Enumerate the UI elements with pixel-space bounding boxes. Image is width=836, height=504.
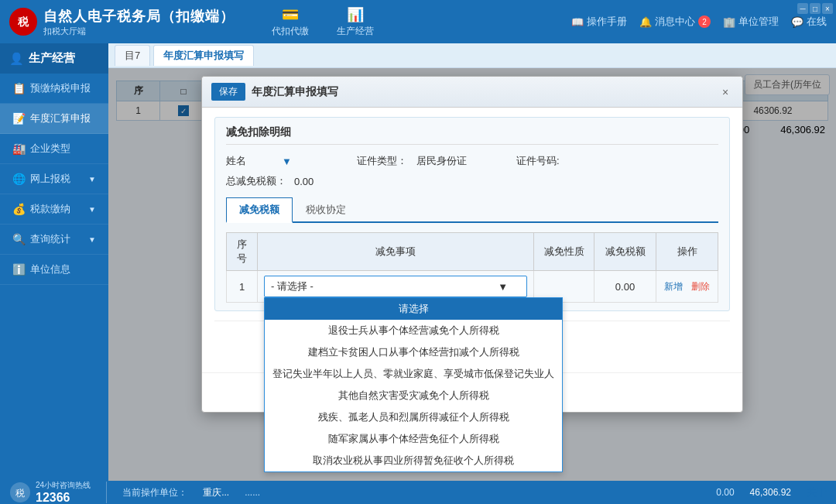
detail-table: 序号 减免事项 减免性质 减免税额 操作 1 bbox=[226, 232, 718, 303]
expand-icon: ▼ bbox=[88, 175, 96, 183]
detail-ops: 新增 删除 bbox=[656, 271, 718, 303]
logo-icon: 税 bbox=[9, 8, 37, 36]
person-name-filter: ▼ bbox=[282, 156, 292, 167]
total-value: 0.00 bbox=[294, 176, 314, 187]
niandu-icon: 📝 bbox=[12, 112, 26, 125]
unit-dots: ...... bbox=[245, 487, 260, 498]
tabs-bar: 目7 年度汇算申报填写 bbox=[108, 43, 836, 68]
status-info: 24小时咨询热线 12366 bbox=[36, 480, 91, 504]
maximize-button[interactable]: □ bbox=[810, 3, 821, 14]
yujiao-icon: 📋 bbox=[12, 82, 26, 94]
app-title: 自然人电子税务局（扣缴端） bbox=[43, 7, 235, 26]
dropdown-option-2[interactable]: 建档立卡贫困人口从事个体经营扣减个人所得税 bbox=[265, 341, 562, 363]
status-logo-icon: 税 bbox=[9, 482, 31, 503]
close-window-button[interactable]: × bbox=[822, 3, 833, 14]
dropdown-option-6[interactable]: 随军家属从事个体经营免征个人所得税 bbox=[265, 428, 562, 450]
hotline-label: 24小时咨询热线 bbox=[36, 480, 91, 491]
add-button[interactable]: 新增 bbox=[664, 281, 683, 292]
tab-shuishou[interactable]: 税收协定 bbox=[293, 197, 359, 221]
nav-item-daikoudaijiao[interactable]: 💳 代扣代缴 bbox=[266, 3, 315, 41]
sidebar-item-qiye[interactable]: 🏭 企业类型 bbox=[0, 134, 108, 164]
detail-item: - 请选择 - ▼ 请选择 退役士兵从事个体经营减免个人所得税 建档立卡贫困人口… bbox=[258, 271, 534, 303]
person-label: 姓名 bbox=[226, 154, 272, 168]
svg-text:税: 税 bbox=[15, 488, 25, 499]
app-logo: 税 自然人电子税务局（扣缴端） 扣税大厅端 bbox=[9, 7, 235, 37]
id-type-value: 居民身份证 bbox=[416, 154, 467, 168]
id-no-label: 证件号码: bbox=[516, 154, 563, 168]
tab-niandu-huisuan[interactable]: 年度汇算申报填写 bbox=[153, 45, 254, 66]
dropdown-arrow: ▼ bbox=[498, 281, 508, 293]
sidebar-item-wangshang[interactable]: 🌐 网上报税 ▼ bbox=[0, 164, 108, 194]
outer-modal-body: 减免扣除明细 姓名 ▼ 证件类型： 居民身份证 证件号码: bbox=[202, 108, 742, 372]
content-area: 目7 年度汇算申报填写 员工合并(历年位 序 □ 姓名 bbox=[108, 43, 836, 481]
outer-modal-title-area: 保存 年度汇算申报填写 bbox=[211, 83, 338, 101]
nav-item-shengcanjingying[interactable]: 📊 生产经营 bbox=[331, 3, 380, 41]
th-nature: 减免性质 bbox=[534, 233, 594, 271]
header-manual[interactable]: 📖 操作手册 bbox=[571, 15, 627, 29]
total-row: 总减免税额： 0.00 bbox=[226, 174, 718, 188]
nav-icon-1: 💳 bbox=[279, 6, 301, 23]
message-badge: 2 bbox=[698, 15, 711, 28]
header-right: 📖 操作手册 🔔 消息中心 2 🏢 单位管理 💬 在线 bbox=[571, 15, 827, 29]
detail-table-row: 1 - 请选择 - ▼ bbox=[227, 271, 718, 303]
sidebar-item-shuikuan[interactable]: 💰 税款缴纳 ▼ bbox=[0, 194, 108, 225]
th-item: 减免事项 bbox=[258, 233, 534, 271]
status-bar: 税 24小时咨询热线 12366 当前操作单位： 重庆... ...... 0.… bbox=[0, 481, 836, 504]
dropdown-list: 请选择 退役士兵从事个体经营减免个人所得税 建档立卡贫困人口从事个体经营扣减个人… bbox=[264, 297, 563, 472]
danwei-icon: ℹ️ bbox=[12, 263, 26, 276]
header-unit-manage[interactable]: 🏢 单位管理 bbox=[723, 15, 779, 29]
item-dropdown: - 请选择 - ▼ 请选择 退役士兵从事个体经营减免个人所得税 建档立卡贫困人口… bbox=[264, 276, 527, 297]
outer-modal-title: 年度汇算申报填写 bbox=[252, 85, 338, 99]
sidebar-header-icon: 👤 bbox=[9, 52, 24, 66]
wangshang-icon: 🌐 bbox=[12, 173, 26, 185]
app-header: 税 自然人电子税务局（扣缴端） 扣税大厅端 💳 代扣代缴 📊 生产经营 📖 操作… bbox=[0, 0, 836, 43]
status-logo: 税 24小时咨询热线 12366 bbox=[9, 480, 91, 504]
svg-text:税: 税 bbox=[17, 15, 29, 28]
header-online[interactable]: 💬 在线 bbox=[791, 15, 827, 29]
inner-tabs: 减免税额 税收协定 bbox=[226, 197, 718, 223]
current-unit-name: 重庆... bbox=[203, 486, 229, 499]
divider bbox=[106, 482, 107, 503]
save-button-area: 保存 bbox=[211, 83, 245, 101]
minimize-button[interactable]: ─ bbox=[797, 3, 808, 14]
tab-jianmian[interactable]: 减免税额 bbox=[226, 197, 293, 223]
header-messages[interactable]: 🔔 消息中心 2 bbox=[639, 15, 711, 29]
qiye-icon: 🏭 bbox=[12, 142, 26, 155]
delete-button[interactable]: 删除 bbox=[691, 281, 710, 292]
outer-modal-titlebar: 保存 年度汇算申报填写 × bbox=[202, 77, 742, 108]
dropdown-option-5[interactable]: 残疾、孤老人员和烈属所得减征个人所得税 bbox=[265, 406, 562, 428]
sidebar-item-chaxun[interactable]: 🔍 查询统计 ▼ bbox=[0, 225, 108, 255]
sidebar-item-yujiao[interactable]: 📋 预缴纳税申报 bbox=[0, 74, 108, 104]
dropdown-option-0[interactable]: 请选择 bbox=[265, 298, 562, 320]
dropdown-option-4[interactable]: 其他自然灾害受灾减免个人所得税 bbox=[265, 385, 562, 406]
th-amount: 减免税额 bbox=[594, 233, 656, 271]
sidebar-header: 👤 生产经营 bbox=[0, 43, 108, 74]
inner-content: 员工合并(历年位 序 □ 姓名 证件类型 证件号码 税款所属期 应纳税额 bbox=[108, 68, 836, 481]
status-right: 0.00 46,306.92 关于 bbox=[716, 485, 827, 499]
sidebar-item-niandu[interactable]: 📝 年度汇算申报 bbox=[0, 104, 108, 134]
dropdown-option-1[interactable]: 退役士兵从事个体经营减免个人所得税 bbox=[265, 320, 562, 341]
inner-modal-title: 减免扣除明细 bbox=[226, 125, 718, 145]
message-icon: 🔔 bbox=[639, 16, 652, 28]
shuikuan-icon: 💰 bbox=[12, 203, 26, 215]
outer-modal: 保存 年度汇算申报填写 × 减免扣除明细 姓名 ▼ bbox=[201, 76, 743, 413]
close-link[interactable]: 关于 bbox=[807, 485, 827, 499]
modal-overlay: 保存 年度汇算申报填写 × 减免扣除明细 姓名 ▼ bbox=[108, 68, 836, 481]
tab-mu7[interactable]: 目7 bbox=[115, 45, 150, 66]
total-label: 总减免税额： bbox=[226, 174, 288, 188]
hotline-number: 12366 bbox=[36, 491, 91, 504]
status-bottom-val1: 0.00 bbox=[716, 487, 734, 498]
header-nav: 💳 代扣代缴 📊 生产经营 bbox=[266, 3, 380, 41]
sidebar-item-danwei[interactable]: ℹ️ 单位信息 bbox=[0, 255, 108, 285]
outer-modal-close[interactable]: × bbox=[718, 84, 733, 100]
app-subtitle: 扣税大厅端 bbox=[43, 26, 235, 37]
id-type-label: 证件类型： bbox=[357, 154, 407, 168]
online-icon: 💬 bbox=[791, 16, 803, 28]
dropdown-trigger[interactable]: - 请选择 - ▼ bbox=[264, 276, 527, 297]
dropdown-option-3[interactable]: 登记失业半年以上人员、零就业家庭、享受城市低保登记失业人 bbox=[265, 363, 562, 385]
sidebar: 👤 生产经营 📋 预缴纳税申报 📝 年度汇算申报 🏭 企业类型 🌐 网上报税 ▼… bbox=[0, 43, 108, 481]
window-controls: ─ □ × bbox=[797, 3, 833, 14]
detail-amount: 0.00 bbox=[594, 271, 656, 303]
manual-icon: 📖 bbox=[571, 16, 584, 28]
dropdown-option-7[interactable]: 取消农业税从事四业所得暂免征收个人所得税 bbox=[265, 450, 562, 471]
